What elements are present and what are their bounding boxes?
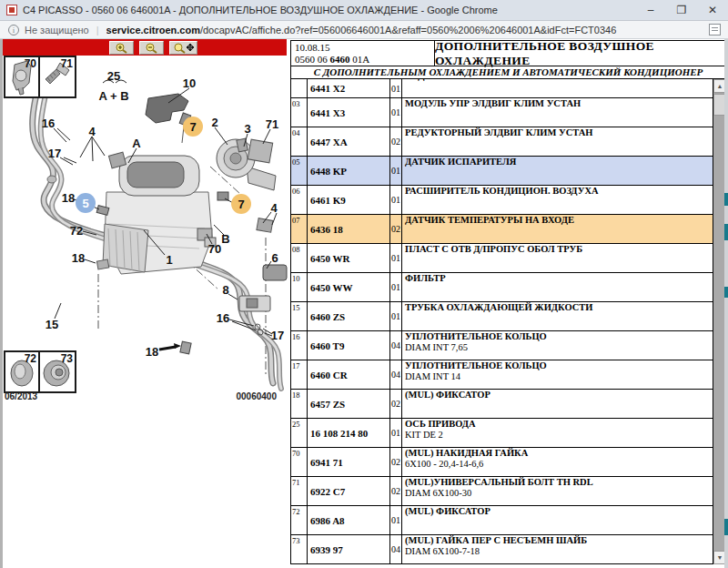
- diagram-callout-71[interactable]: 71: [266, 117, 278, 131]
- row-index: 06: [291, 186, 308, 214]
- part-reference[interactable]: 6436 18: [308, 215, 390, 243]
- part-reference[interactable]: 6450 WR: [308, 244, 390, 272]
- table-row[interactable]: 716922 C702(MUL)УНИВЕРСАЛЬНЫЙ БОЛТ ТН RD…: [291, 477, 713, 506]
- part-reference[interactable]: 6986 A8: [308, 506, 390, 534]
- diagram-callout-3[interactable]: 3: [244, 122, 250, 136]
- table-row[interactable]: 036441 X301МОДУЛЬ УПР ЭЛДВИГ КЛИМ УСТАН: [291, 98, 713, 127]
- code-suffix: 01A: [350, 54, 370, 65]
- part-description: УПЛОТНИТЕЛЬНОЕ КОЛЬЦОDIAM INT 14: [402, 360, 713, 389]
- diagram-callout-B[interactable]: B: [221, 232, 229, 246]
- part-reference[interactable]: 6441 X2: [308, 79, 390, 97]
- diagram-callout-16[interactable]: 16: [217, 311, 229, 325]
- diagram-callout-6[interactable]: 6: [271, 251, 278, 265]
- table-row[interactable]: 156460 ZS01ТРУБКА ОХЛАЖДАЮЩЕЙ ЖИДКОСТИ: [291, 302, 713, 331]
- diagram-callout-17[interactable]: 17: [271, 329, 284, 342]
- diagram-callout-70[interactable]: 70: [208, 242, 221, 256]
- part-quantity: 02: [390, 477, 402, 505]
- part-quantity: 02: [390, 448, 402, 476]
- table-row[interactable]: 176460 CR04УПЛОТНИТЕЛЬНОЕ КОЛЬЦОDIAM INT…: [291, 360, 713, 390]
- part-description: МОДУЛЬ УПР ЭЛДВИГ КЛИМ УСТАН: [402, 98, 713, 127]
- part-reference[interactable]: 6460 ZS: [308, 302, 390, 330]
- parts-diagram: 70 71 72: [3, 56, 289, 415]
- close-button[interactable]: ✕: [697, 0, 728, 20]
- diagram-callout-5[interactable]: 5: [76, 193, 96, 213]
- table-row[interactable]: 186457 ZS02(MUL) ФИКСАТОР: [291, 390, 713, 419]
- diagram-callout-16[interactable]: 16: [42, 117, 55, 130]
- diagram-callout-7[interactable]: 7: [183, 117, 203, 137]
- part-quantity: 01: [390, 79, 402, 97]
- part-reference[interactable]: 6941 71: [308, 448, 390, 476]
- table-row[interactable]: 076436 1802ДАТЧИК ТЕМПЕРАТУРЫ НА ВХОДЕ: [291, 215, 713, 244]
- part-quantity: 01: [390, 98, 402, 127]
- diagram-callout-25[interactable]: 25: [107, 69, 120, 83]
- minimize-button[interactable]: –: [635, 0, 666, 20]
- zoom-in-button[interactable]: [109, 41, 134, 55]
- table-row[interactable]: 106450 WW01ФИЛЬТР: [291, 273, 713, 302]
- ref-label: 71: [61, 57, 73, 70]
- table-row[interactable]: 066461 K901РАСШИРИТЕЛЬ КОНДИЦИОН. ВОЗДУХ…: [291, 186, 713, 215]
- diagram-callout-18[interactable]: 18: [72, 251, 85, 265]
- part-reference[interactable]: 6450 WW: [308, 273, 390, 301]
- row-index: 72: [291, 506, 308, 534]
- diagram-callout-15[interactable]: 15: [46, 318, 58, 331]
- ref-cell-71[interactable]: 71: [40, 57, 75, 96]
- browser-window: C4 PICASSO - 0560 06 646001A - ДОПОЛНИТЕ…: [0, 0, 728, 568]
- url-text[interactable]: service.citroen.com/docapvAC/affiche.do?…: [106, 25, 709, 36]
- part-reference[interactable]: 6460 CR: [308, 360, 390, 389]
- table-row[interactable]: 726986 A801(MUL) ФИКСАТОР: [291, 506, 713, 535]
- diagram-callout-A[interactable]: A: [132, 137, 140, 150]
- ref-cell-72[interactable]: 72: [5, 352, 40, 391]
- diagram-callout-18[interactable]: 18: [146, 345, 158, 359]
- diagram-callout-18[interactable]: 18: [62, 191, 75, 205]
- row-index: 70: [291, 448, 308, 476]
- security-label[interactable]: Не защищено: [25, 25, 89, 36]
- diagram-callout-A+B[interactable]: A + B: [98, 89, 128, 103]
- diagram-callout-17[interactable]: 17: [48, 147, 61, 160]
- diagram-callout-4[interactable]: 4: [270, 201, 277, 215]
- table-row[interactable]: 166460 T904УПЛОТНИТЕЛЬНОЕ КОЛЬЦОDIAM INT…: [291, 331, 713, 360]
- zoom-pan-button[interactable]: [169, 41, 197, 55]
- page-action-icon[interactable]: [709, 24, 721, 36]
- scroll-mark: [724, 287, 728, 298]
- part-reference[interactable]: 6460 T9: [308, 331, 390, 360]
- part-reference[interactable]: 16 108 214 80: [308, 419, 390, 447]
- table-row[interactable]: 6441 X201ЭЛДВИГ КЛИМ УСТАН: [291, 79, 713, 98]
- ref-cell-73[interactable]: 73: [40, 352, 75, 391]
- table-row[interactable]: 736939 9704(MUL) ГАЙКА ПЕР С НЕСЪЕМН ШАЙ…: [291, 535, 713, 564]
- parts-table: 6441 X201ЭЛДВИГ КЛИМ УСТАН036441 X301МОД…: [290, 79, 713, 564]
- diagram-callout-8[interactable]: 8: [222, 283, 228, 297]
- row-index: 18: [291, 390, 308, 418]
- table-row[interactable]: 706941 7102(MUL) НАКИДНАЯ ГАЙКА6X100 - 2…: [291, 448, 713, 477]
- url-separator: |: [96, 25, 99, 36]
- table-row[interactable]: 2516 108 214 8001ОСЬ ПРИВОДАKIT DE 2: [291, 419, 713, 448]
- part-reference[interactable]: 6922 C7: [308, 477, 390, 505]
- zoom-out-button[interactable]: [139, 41, 164, 55]
- part-description: (MUL) ГАЙКА ПЕР С НЕСЪЕМН ШАЙБDIAM 6X100…: [402, 535, 713, 563]
- diagram-callout-4[interactable]: 4: [88, 125, 95, 138]
- maximize-button[interactable]: ❐: [666, 0, 697, 20]
- part-description: (MUL) НАКИДНАЯ ГАЙКА6X100 - 20,4-14-6,6: [402, 448, 713, 476]
- info-icon[interactable]: i: [8, 25, 19, 36]
- diagram-callout-7[interactable]: 7: [231, 194, 251, 214]
- part-quantity: 01: [390, 244, 402, 272]
- row-index: 05: [291, 157, 308, 185]
- part-description: ДАТЧИК ИСПАРИТЕЛЯ: [402, 157, 713, 185]
- diagram-callout-2[interactable]: 2: [211, 116, 217, 129]
- part-reference[interactable]: 6448 KP: [308, 157, 390, 185]
- part-reference[interactable]: 6461 K9: [308, 186, 390, 214]
- diagram-callout-10[interactable]: 10: [183, 76, 196, 90]
- diagram-callout-1[interactable]: 1: [166, 253, 172, 267]
- address-bar[interactable]: i Не защищено | service.citroen.com/doca…: [0, 21, 728, 39]
- table-row[interactable]: 086450 WR01ПЛАСТ С ОТВ Д/ПРОПУС ОБОЛ ТРУ…: [291, 244, 713, 273]
- header-part-code: 0560 06 6460 01A: [295, 54, 430, 66]
- part-reference[interactable]: 6441 X3: [308, 98, 390, 127]
- ref-cell-70[interactable]: 70: [5, 57, 40, 96]
- window-edge-scrollbar[interactable]: [724, 39, 728, 568]
- part-quantity: 01: [390, 157, 402, 185]
- part-reference[interactable]: 6457 ZS: [308, 390, 390, 418]
- part-reference[interactable]: 6447 XA: [308, 127, 390, 156]
- table-row[interactable]: 046447 XA02РЕДУКТОРНЫЙ ЭЛДВИГ КЛИМ УСТАН: [291, 127, 713, 157]
- table-row[interactable]: 056448 KP01ДАТЧИК ИСПАРИТЕЛЯ: [291, 157, 713, 186]
- part-reference[interactable]: 6939 97: [308, 535, 390, 563]
- diagram-callout-72[interactable]: 72: [70, 224, 83, 238]
